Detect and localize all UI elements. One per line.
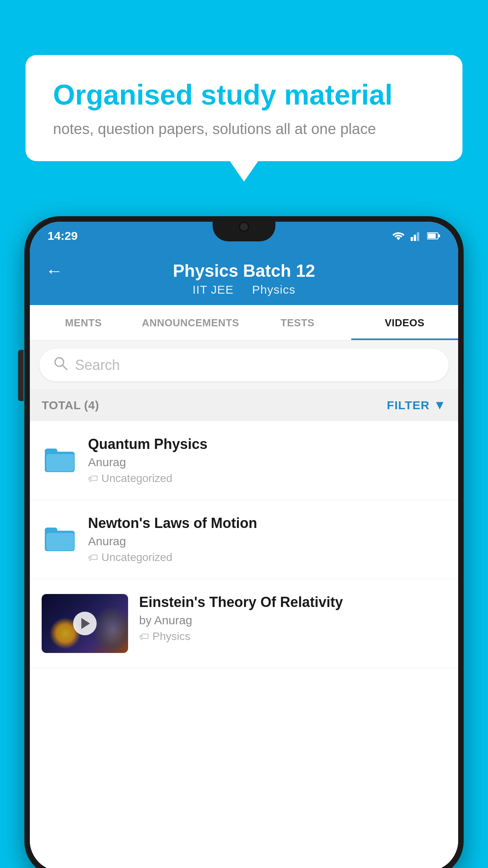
search-icon [53, 356, 68, 374]
svg-rect-5 [428, 234, 436, 238]
svg-rect-0 [411, 237, 413, 241]
bubble-title: Organised study material [53, 79, 435, 111]
search-box[interactable]: Search [39, 349, 449, 381]
list-item-video[interactable]: Einstein's Theory Of Relativity by Anura… [30, 579, 458, 668]
tag-icon: 🏷 [88, 552, 98, 564]
svg-rect-2 [417, 232, 419, 241]
filter-label: FILTER [387, 399, 430, 412]
svg-rect-4 [438, 234, 440, 237]
tag-icon: 🏷 [88, 473, 98, 485]
battery-icon [427, 232, 440, 240]
svg-rect-12 [45, 528, 57, 534]
speech-bubble-section: Organised study material notes, question… [26, 55, 462, 161]
app-subtitle: IIT JEE Physics [193, 283, 295, 296]
bubble-subtitle: notes, question papers, solutions all at… [53, 121, 435, 138]
filter-button[interactable]: FILTER ▼ [387, 398, 446, 412]
list-item[interactable]: Quantum Physics Anurag 🏷 Uncategorized [30, 421, 458, 500]
status-time: 14:29 [48, 229, 78, 243]
phone-frame: 14:29 [24, 216, 464, 868]
camera-dot [239, 222, 249, 232]
tag-label: Uncategorized [101, 472, 172, 485]
tab-ments[interactable]: MENTS [30, 305, 137, 340]
list-item[interactable]: Newton's Laws of Motion Anurag 🏷 Uncateg… [30, 500, 458, 579]
item-details: Quantum Physics Anurag 🏷 Uncategorized [88, 436, 446, 485]
filter-bar: TOTAL (4) FILTER ▼ [30, 389, 458, 421]
phone-inner: 14:29 [30, 222, 458, 868]
tab-announcements[interactable]: ANNOUNCEMENTS [137, 305, 244, 340]
tag-label: Physics [152, 630, 190, 643]
folder-icon [45, 525, 74, 554]
filter-icon: ▼ [433, 398, 446, 412]
svg-point-6 [55, 358, 64, 366]
item-title: Quantum Physics [88, 436, 446, 452]
folder-icon-container [42, 522, 77, 557]
subtitle-physics: Physics [252, 283, 295, 296]
svg-rect-1 [414, 235, 416, 241]
play-button[interactable] [73, 612, 97, 635]
svg-rect-9 [45, 449, 57, 455]
tab-videos[interactable]: VIDEOS [351, 305, 459, 340]
header-row: ← Physics Batch 12 [46, 261, 442, 281]
item-tag: 🏷 Uncategorized [88, 551, 446, 564]
item-details: Newton's Laws of Motion Anurag 🏷 Uncateg… [88, 515, 446, 564]
item-author: Anurag [88, 456, 446, 469]
video-thumbnail [42, 594, 128, 653]
app-header: ← Physics Batch 12 IIT JEE Physics [30, 250, 458, 305]
wifi-icon [392, 231, 405, 241]
tab-tests[interactable]: TESTS [244, 305, 351, 340]
signal-icon [411, 231, 422, 241]
tag-icon: 🏷 [139, 631, 149, 643]
item-title: Newton's Laws of Motion [88, 515, 446, 531]
tag-label: Uncategorized [101, 551, 172, 564]
item-title: Einstein's Theory Of Relativity [139, 594, 446, 611]
item-tag: 🏷 Uncategorized [88, 472, 446, 485]
item-details: Einstein's Theory Of Relativity by Anura… [139, 594, 446, 643]
item-author: Anurag [88, 535, 446, 548]
total-count: TOTAL (4) [42, 399, 99, 412]
search-container: Search [30, 341, 458, 389]
svg-rect-10 [46, 454, 74, 471]
app-title: Physics Batch 12 [173, 261, 315, 281]
tabs-bar: MENTS ANNOUNCEMENTS TESTS VIDEOS [30, 305, 458, 341]
item-tag: 🏷 Physics [139, 630, 446, 643]
svg-rect-13 [46, 533, 74, 550]
play-triangle-icon [81, 618, 90, 629]
app-content: ← Physics Batch 12 IIT JEE Physics MENTS… [30, 250, 458, 868]
status-icons [392, 231, 440, 241]
folder-icon-container [42, 443, 77, 478]
search-placeholder: Search [75, 357, 120, 373]
back-button[interactable]: ← [46, 261, 63, 281]
content-list: Quantum Physics Anurag 🏷 Uncategorized [30, 421, 458, 868]
speech-bubble: Organised study material notes, question… [26, 55, 462, 161]
folder-icon [45, 446, 74, 474]
svg-line-7 [63, 366, 67, 370]
item-author: by Anurag [139, 614, 446, 627]
subtitle-iitjee: IIT JEE [193, 283, 234, 296]
